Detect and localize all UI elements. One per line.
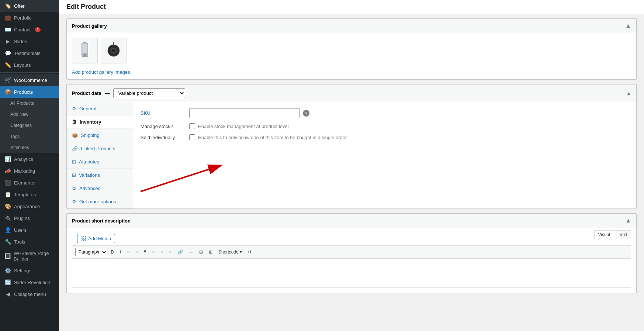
- visual-tab[interactable]: Visual: [594, 230, 614, 239]
- sidebar-item-label: Marketing: [14, 168, 35, 174]
- tab-advanced[interactable]: ⚙ Advanced: [67, 182, 133, 195]
- unordered-list-button[interactable]: ≡: [124, 248, 132, 256]
- sidebar-item-testimonials[interactable]: 💬 Testimonials: [0, 47, 59, 59]
- wpbakery-icon: 🔳: [4, 253, 11, 259]
- manage-stock-checkbox-row: Enable stock management at product level: [189, 123, 289, 129]
- sidebar-item-label: Contact: [14, 27, 31, 32]
- tags-label: Tags: [10, 134, 20, 139]
- advanced-tab-label: Advanced: [79, 186, 101, 191]
- link-button[interactable]: 🔗: [175, 248, 186, 256]
- short-description-editor-area: 🖼 Add Media Visual Text Paragraph: [67, 228, 636, 293]
- tools-icon: 🔧: [4, 239, 11, 245]
- sku-input[interactable]: [189, 108, 300, 118]
- align-left-button[interactable]: ≡: [149, 248, 157, 256]
- shortcode-button[interactable]: Shortcode ▾: [216, 248, 245, 256]
- short-description-collapse-button[interactable]: ▲: [625, 217, 631, 224]
- gallery-thumb-1[interactable]: [72, 38, 98, 63]
- sidebar-item-label: Plugins: [14, 216, 30, 221]
- sku-link[interactable]: SKU: [141, 110, 150, 116]
- paragraph-select[interactable]: Paragraph: [75, 248, 107, 256]
- visual-text-tabs: Visual Text: [594, 230, 631, 239]
- sold-individually-control: Enable this to only allow one of this it…: [189, 134, 629, 140]
- undo-button[interactable]: ↺: [245, 248, 254, 256]
- editor-toolbar: Paragraph B I ≡ ≡ ❝ ≡ ≡ ≡ 🔗 — ⊞ ⊞ Shortc…: [72, 245, 631, 258]
- sidebar-item-slides[interactable]: ▶ Slides: [0, 35, 59, 47]
- bold-button[interactable]: B: [108, 248, 117, 256]
- sidebar-item-label: WPBakery Page Builder: [14, 251, 55, 262]
- page-header: Edit Product: [59, 0, 644, 14]
- sidebar-item-marketing[interactable]: 📣 Marketing: [0, 165, 59, 177]
- ordered-list-button[interactable]: ≡: [133, 248, 141, 256]
- gallery-thumb-2[interactable]: [101, 38, 127, 63]
- tab-general[interactable]: ⚙ General: [67, 102, 133, 115]
- sidebar-item-offer[interactable]: 🏷️ Offer: [0, 0, 59, 12]
- manage-stock-control: Enable stock management at product level: [189, 123, 629, 129]
- inventory-tab-content: SKU ? Manage stock?: [133, 102, 636, 208]
- sidebar-item-plugins[interactable]: 🔌 Plugins: [0, 212, 59, 224]
- sidebar-item-label: Portfolio: [14, 15, 32, 21]
- align-right-button[interactable]: ≡: [166, 248, 174, 256]
- gallery-collapse-button[interactable]: ▲: [625, 23, 631, 29]
- slides-icon: ▶: [4, 38, 11, 44]
- sidebar-item-layouts[interactable]: ✏️ Layouts: [0, 59, 59, 71]
- table-button[interactable]: ⊞: [206, 248, 215, 256]
- sidebar-item-products[interactable]: 📦 Products: [0, 86, 59, 98]
- sidebar-item-label: Elementor: [14, 180, 36, 186]
- align-center-button[interactable]: ≡: [158, 248, 166, 256]
- horizontal-rule-button[interactable]: —: [186, 248, 196, 256]
- tab-inventory[interactable]: 🗓 Inventory: [67, 115, 133, 129]
- product-short-description-panel: Product short description ▲ 🖼 Add Media …: [66, 213, 637, 293]
- inventory-tab-label: Inventory: [80, 119, 101, 125]
- short-description-input[interactable]: [72, 258, 631, 288]
- sidebar-item-analytics[interactable]: 📊 Analytics: [0, 153, 59, 165]
- sidebar-item-templates[interactable]: 📋 Templates: [0, 189, 59, 200]
- sidebar-item-users[interactable]: 👤 Users: [0, 224, 59, 236]
- sidebar-item-slider-revolution[interactable]: 🔄 Slider Revolution: [0, 276, 59, 288]
- svg-rect-1: [82, 44, 87, 53]
- tab-shipping[interactable]: 📦 Shipping: [67, 129, 133, 142]
- add-gallery-link[interactable]: Add product gallery images: [67, 68, 636, 79]
- users-icon: 👤: [4, 227, 11, 233]
- gallery-thumb-2-img: [104, 41, 123, 60]
- manage-stock-checkbox[interactable]: [189, 123, 195, 129]
- sidebar-item-collapse[interactable]: ◀ Collapse menu: [0, 288, 59, 300]
- product-gallery-panel: Product gallery ▲: [66, 18, 637, 80]
- woocommerce-icon: 🛒: [4, 77, 11, 83]
- general-tab-label: General: [79, 106, 96, 111]
- sidebar: 🏷️ Offer 💼 Portfolio ✉️ Contact 1 ▶ Slid…: [0, 0, 59, 331]
- sidebar-item-add-new[interactable]: Add New: [0, 109, 59, 120]
- tab-linked-products[interactable]: 🔗 Linked Products: [67, 142, 133, 155]
- tab-get-more-options[interactable]: ⚙ Get more options: [67, 195, 133, 208]
- sidebar-item-elementor[interactable]: ⬛ Elementor: [0, 177, 59, 189]
- get-more-tab-icon: ⚙: [72, 199, 76, 204]
- sidebar-item-woocommerce[interactable]: 🛒 WooCommerce: [0, 74, 59, 86]
- product-type-select[interactable]: Simple product Variable product Grouped …: [113, 88, 185, 98]
- svg-rect-3: [83, 42, 86, 43]
- add-media-button[interactable]: 🖼 Add Media: [77, 234, 115, 243]
- sidebar-item-contact[interactable]: ✉️ Contact 1: [0, 24, 59, 35]
- product-data-collapse-button[interactable]: ▲: [626, 90, 631, 96]
- sidebar-item-all-products[interactable]: All Products: [0, 98, 59, 109]
- italic-button[interactable]: I: [117, 248, 124, 256]
- sidebar-item-portfolio[interactable]: 💼 Portfolio: [0, 12, 59, 24]
- fullscreen-button[interactable]: ⊞: [197, 248, 205, 256]
- sidebar-item-appearance[interactable]: 🎨 Appearance: [0, 200, 59, 212]
- sidebar-item-tools[interactable]: 🔧 Tools: [0, 236, 59, 248]
- sku-tooltip[interactable]: ?: [303, 110, 309, 117]
- svg-point-6: [112, 49, 115, 52]
- all-products-label: All Products: [10, 101, 34, 106]
- sidebar-item-wpbakery[interactable]: 🔳 WPBakery Page Builder: [0, 248, 59, 265]
- tab-variations[interactable]: ⊞ Variations: [67, 169, 133, 182]
- contact-badge: 1: [35, 27, 41, 32]
- sidebar-item-settings[interactable]: ⚙️ Settings: [0, 265, 59, 276]
- sidebar-item-tags[interactable]: Tags: [0, 131, 59, 142]
- sold-individually-checkbox[interactable]: [189, 134, 195, 140]
- sidebar-item-label: Layouts: [14, 62, 31, 68]
- sidebar-item-label: Appearance: [14, 204, 40, 209]
- sidebar-item-categories[interactable]: Categories: [0, 120, 59, 131]
- tab-attributes[interactable]: ⊞ Attributes: [67, 155, 133, 169]
- blockquote-button[interactable]: ❝: [141, 248, 149, 256]
- text-tab[interactable]: Text: [615, 230, 631, 239]
- sidebar-item-label: Settings: [14, 268, 31, 273]
- sidebar-item-attributes[interactable]: Attributes: [0, 142, 59, 153]
